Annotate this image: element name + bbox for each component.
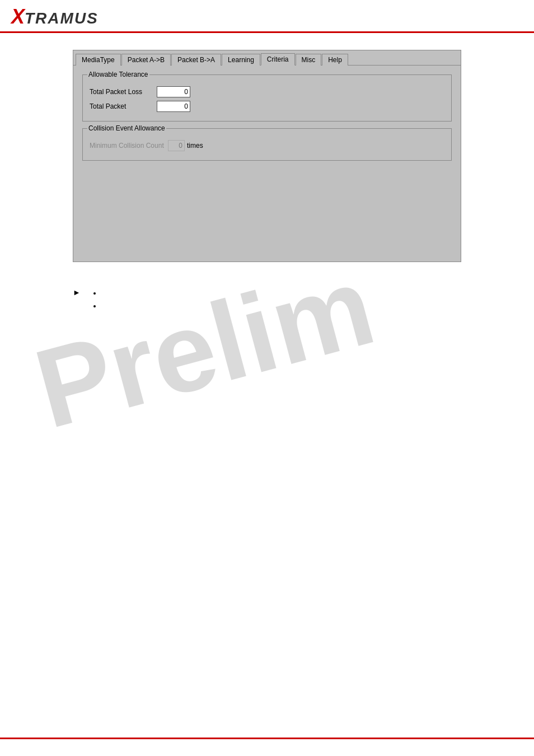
- tab-learning[interactable]: Learning: [222, 54, 260, 66]
- tab-packet-b-a[interactable]: Packet B->A: [171, 54, 221, 66]
- tab-panel: MediaType Packet A->B Packet B->A Learni…: [73, 50, 461, 262]
- total-packet-input[interactable]: [157, 101, 190, 112]
- min-collision-count-row: Minimum Collision Count times: [90, 140, 444, 151]
- note-text: [85, 287, 104, 315]
- total-packet-label: Total Packet: [90, 102, 157, 110]
- note-arrow: ►: [73, 287, 461, 315]
- tab-bar: MediaType Packet A->B Packet B->A Learni…: [73, 50, 461, 66]
- allowable-tolerance-content: Total Packet Loss Total Packet: [90, 86, 444, 112]
- logo-x: X: [11, 7, 25, 27]
- tab-media-type[interactable]: MediaType: [76, 54, 121, 66]
- tab-help[interactable]: Help: [322, 54, 348, 66]
- collision-event-content: Minimum Collision Count times: [90, 140, 444, 151]
- min-collision-count-suffix: times: [187, 142, 203, 150]
- min-collision-count-label: Minimum Collision Count: [90, 142, 168, 150]
- notes-section: ►: [0, 281, 534, 325]
- logo: X TRAMUS: [11, 7, 99, 27]
- tab-packet-a-b[interactable]: Packet A->B: [121, 54, 171, 66]
- total-packet-loss-input[interactable]: [157, 86, 190, 97]
- allowable-tolerance-title: Allowable Tolerance: [87, 71, 149, 78]
- total-packet-loss-label: Total Packet Loss: [90, 88, 157, 96]
- min-collision-count-input: [168, 140, 185, 151]
- arrow-icon: ►: [73, 288, 81, 297]
- header: X TRAMUS: [0, 0, 534, 33]
- collision-event-title: Collision Event Allowance: [87, 124, 166, 132]
- total-packet-loss-row: Total Packet Loss: [90, 86, 444, 97]
- main-content: MediaType Packet A->B Packet B->A Learni…: [0, 33, 534, 279]
- tab-criteria[interactable]: Criteria: [261, 53, 295, 66]
- tab-misc[interactable]: Misc: [296, 54, 322, 66]
- allowable-tolerance-group: Allowable Tolerance Total Packet Loss To…: [82, 74, 452, 122]
- collision-event-group: Collision Event Allowance Minimum Collis…: [82, 128, 452, 161]
- bullet-list: [85, 289, 104, 310]
- criteria-tab-content: Allowable Tolerance Total Packet Loss To…: [73, 66, 461, 262]
- footer-line: [0, 738, 534, 739]
- total-packet-row: Total Packet: [90, 101, 444, 112]
- bullet-item-2: [102, 302, 104, 310]
- bullet-item-1: [102, 289, 104, 297]
- logo-text: TRAMUS: [25, 11, 99, 26]
